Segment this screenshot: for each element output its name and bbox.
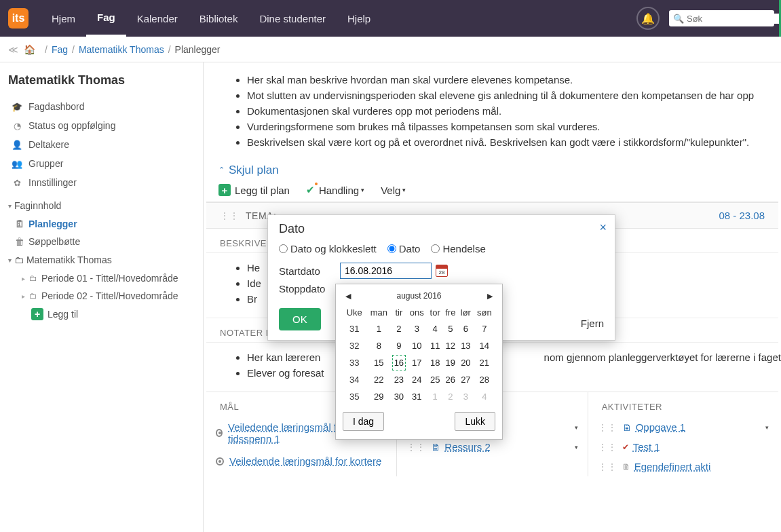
prev-month-icon[interactable]: ◀ xyxy=(345,292,351,301)
sidebar-dashboard[interactable]: 🎓Fagdashbord xyxy=(8,97,195,116)
close-button[interactable]: Lukk xyxy=(455,412,495,431)
sidebar-grupper[interactable]: 👥Grupper xyxy=(8,154,195,173)
breadcrumb-course[interactable]: Matematikk Thomas xyxy=(79,44,164,55)
radio-dato-klokke[interactable]: Dato og klokkeslett xyxy=(279,243,377,254)
home-icon[interactable]: 🏠 xyxy=(24,44,35,55)
akt-item-2: ⋮⋮✔Test 1 xyxy=(588,437,778,457)
sidebar-planlegger[interactable]: 🗓Planlegger xyxy=(15,215,195,233)
dp-day[interactable]: 8 xyxy=(366,337,392,354)
radio-icon[interactable] xyxy=(216,457,224,466)
sidebar-section-course[interactable]: ▾🗀 Matematikk Thomas xyxy=(8,250,195,269)
dp-day[interactable]: 21 xyxy=(474,354,495,371)
akt-link-2[interactable]: Test 1 xyxy=(633,441,660,453)
sidebar-title: Matematikk Thomas xyxy=(8,73,195,88)
radio-dato[interactable]: Dato xyxy=(387,243,421,254)
select-dropdown[interactable]: Velg▾ xyxy=(381,185,406,196)
dp-day[interactable]: 15 xyxy=(366,354,392,371)
nav-fag[interactable]: Fag xyxy=(86,0,126,37)
akt-link-3[interactable]: Egendefinert akti xyxy=(634,461,711,472)
dp-day[interactable]: 22 xyxy=(366,371,392,388)
chart-icon: ◔ xyxy=(11,121,23,131)
tree-periode-2[interactable]: ▸🗀Periode 02 - Tittel/Hovedområde xyxy=(22,287,195,305)
dp-day[interactable]: 16 xyxy=(392,354,406,371)
dp-day[interactable]: 13 xyxy=(458,337,474,354)
akt-item-3: ⋮⋮🗎Egendefinert akti xyxy=(588,457,778,476)
grip-icon[interactable]: ⋮⋮ xyxy=(598,461,617,472)
dp-day[interactable]: 3 xyxy=(458,388,474,405)
dp-day[interactable]: 31 xyxy=(406,388,427,405)
dp-day[interactable]: 1 xyxy=(427,388,443,405)
nav-bibliotek[interactable]: Bibliotek xyxy=(189,0,249,37)
action-dropdown[interactable]: ✔Handling▾ xyxy=(306,184,364,196)
dp-day[interactable]: 27 xyxy=(458,371,474,388)
search-input[interactable] xyxy=(687,14,781,24)
tree-periode-1[interactable]: ▸🗀Periode 01 - Tittel/Hovedområde xyxy=(22,269,195,287)
sidebar-status[interactable]: ◔Status og oppfølging xyxy=(8,116,195,135)
dp-day[interactable]: 26 xyxy=(442,371,458,388)
dp-day[interactable]: 19 xyxy=(442,354,458,371)
dp-day[interactable]: 30 xyxy=(392,388,406,405)
hide-plan-toggle[interactable]: ⌃Skjul plan xyxy=(218,164,778,177)
dp-day[interactable]: 2 xyxy=(392,320,406,337)
dp-day[interactable]: 23 xyxy=(392,371,406,388)
dp-day[interactable]: 18 xyxy=(427,354,443,371)
caret-right-icon: ▸ xyxy=(22,275,25,282)
fjern-link[interactable]: Fjern xyxy=(581,318,604,329)
sidebar-trash[interactable]: 🗑Søppelbøtte xyxy=(15,233,195,250)
dp-day[interactable]: 4 xyxy=(474,388,495,405)
close-button[interactable]: × xyxy=(599,221,607,235)
dp-day[interactable]: 1 xyxy=(366,320,392,337)
grip-icon[interactable]: ⋮⋮ xyxy=(406,442,425,453)
search-box[interactable]: 🔍 xyxy=(669,10,774,26)
mal-link-2[interactable]: Veiledende læringsmål for kortere xyxy=(229,455,381,467)
dp-day[interactable]: 3 xyxy=(406,320,427,337)
grip-icon[interactable]: ⋮⋮ xyxy=(598,422,617,433)
check-icon: ✔ xyxy=(306,184,315,196)
tema-date[interactable]: 08 - 23.08 xyxy=(719,210,765,221)
add-plan-button[interactable]: +Legg til plan xyxy=(218,184,290,196)
ress-link-2[interactable]: Ressurs 2 xyxy=(444,441,491,453)
dp-day[interactable]: 25 xyxy=(427,371,443,388)
dp-day[interactable]: 12 xyxy=(442,337,458,354)
dp-day[interactable]: 28 xyxy=(474,371,495,388)
caret-down-icon[interactable]: ▾ xyxy=(765,424,769,431)
dp-day[interactable]: 20 xyxy=(458,354,474,371)
collapse-icon[interactable]: ≪ xyxy=(8,44,17,55)
calendar-icon[interactable] xyxy=(436,265,448,277)
akt-link-1[interactable]: Oppgave 1 xyxy=(636,421,685,433)
dp-day[interactable]: 7 xyxy=(474,320,495,337)
dp-day[interactable]: 17 xyxy=(406,354,427,371)
notifications-icon[interactable]: 🔔 xyxy=(636,7,660,30)
nav-studenter[interactable]: Dine studenter xyxy=(248,0,337,37)
caret-down-icon[interactable]: ▾ xyxy=(575,424,578,431)
next-month-icon[interactable]: ▶ xyxy=(487,292,493,301)
dp-day[interactable]: 14 xyxy=(474,337,495,354)
graduation-icon: 🎓 xyxy=(11,102,23,112)
ok-button[interactable]: OK xyxy=(279,308,321,330)
nav-hjelp[interactable]: Hjelp xyxy=(337,0,381,37)
sidebar-section-faginnhold[interactable]: ▾Faginnhold xyxy=(8,196,195,215)
dp-day[interactable]: 2 xyxy=(442,388,458,405)
radio-icon[interactable] xyxy=(216,429,223,437)
dp-day[interactable]: 9 xyxy=(392,337,406,354)
dp-day[interactable]: 10 xyxy=(406,337,427,354)
grip-icon[interactable]: ⋮⋮ xyxy=(598,442,617,453)
grip-icon[interactable]: ⋮⋮ xyxy=(220,210,239,221)
dp-day[interactable]: 4 xyxy=(427,320,443,337)
start-date-input[interactable] xyxy=(340,263,432,279)
today-button[interactable]: I dag xyxy=(343,412,384,431)
logo[interactable]: its xyxy=(8,8,28,28)
dp-day[interactable]: 5 xyxy=(442,320,458,337)
tree-add[interactable]: +Legg til xyxy=(22,305,195,324)
breadcrumb-fag[interactable]: Fag xyxy=(52,44,68,55)
dp-day[interactable]: 24 xyxy=(406,371,427,388)
caret-down-icon[interactable]: ▾ xyxy=(575,444,578,451)
dp-day[interactable]: 6 xyxy=(458,320,474,337)
sidebar-deltakere[interactable]: 👤Deltakere xyxy=(8,135,195,154)
dp-day[interactable]: 11 xyxy=(427,337,443,354)
nav-kalender[interactable]: Kalender xyxy=(126,0,189,37)
sidebar-innstillinger[interactable]: ✿Innstillinger xyxy=(8,173,195,192)
dp-day[interactable]: 29 xyxy=(366,388,392,405)
radio-hendelse[interactable]: Hendelse xyxy=(431,243,485,254)
nav-hjem[interactable]: Hjem xyxy=(41,0,86,37)
